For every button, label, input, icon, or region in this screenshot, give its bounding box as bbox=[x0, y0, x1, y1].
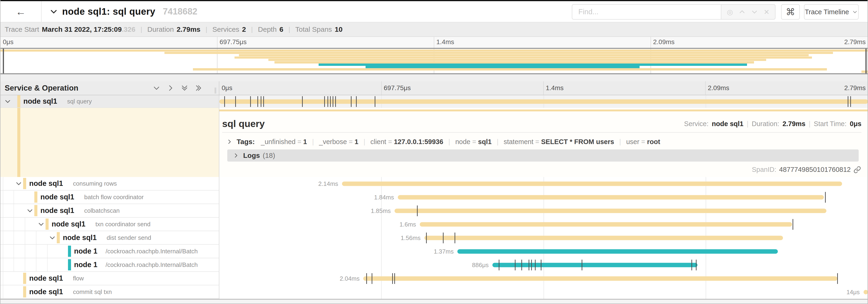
ruler-gridline bbox=[434, 37, 434, 48]
tags-toggle-row[interactable]: Tags: _unfinished=1|_verbose=1|client=12… bbox=[226, 138, 660, 146]
span-expander-chevron-icon[interactable] bbox=[4, 98, 11, 105]
span-duration-label: 1.84ms bbox=[374, 194, 394, 201]
detail-service-label: Service: bbox=[684, 120, 709, 128]
minimap-span-bar bbox=[164, 52, 833, 54]
span-expander-chevron-icon[interactable] bbox=[49, 234, 56, 241]
find-clear-icon[interactable]: ✕ bbox=[764, 8, 769, 16]
span-row-name-cell[interactable]: node sql1batch flow coordinator bbox=[0, 191, 219, 204]
service-color-strip bbox=[45, 218, 49, 230]
span-row-timeline-cell[interactable]: 2.14ms bbox=[219, 177, 868, 191]
span-detail-mini-bar bbox=[219, 109, 868, 111]
span-row[interactable]: node sql1colbatchscan1.85ms bbox=[0, 204, 868, 217]
span-row-name-cell[interactable]: node 1/cockroach.roachpb.Internal/Batch bbox=[0, 245, 219, 258]
span-row-name-cell[interactable]: node sql1consuming rows bbox=[0, 177, 219, 191]
span-duration-bar[interactable] bbox=[425, 236, 783, 240]
span-row[interactable]: node sql1dist sender send1.56ms bbox=[0, 231, 868, 245]
timeline-gridline bbox=[381, 258, 382, 272]
tag-equals: = bbox=[639, 138, 647, 145]
service-color-strip bbox=[68, 259, 71, 270]
services-value: 2 bbox=[242, 26, 246, 33]
span-row-name-cell[interactable]: node sql1txn coordinator send bbox=[0, 217, 219, 231]
span-row-name-cell[interactable]: node sql1colbatchscan bbox=[0, 204, 219, 217]
tree-depth-guide bbox=[3, 285, 3, 298]
trace-start-fraction: .326 bbox=[122, 26, 135, 33]
find-prev-icon[interactable] bbox=[739, 8, 746, 15]
tree-depth-guide bbox=[3, 217, 3, 231]
operation-name: txn coordinator send bbox=[96, 221, 151, 228]
span-expander-chevron-icon[interactable] bbox=[26, 207, 33, 214]
span-row-timeline-cell[interactable]: 2.04ms bbox=[219, 272, 868, 285]
column-resize-handle[interactable]: ∥ bbox=[214, 87, 217, 94]
span-row-timeline-cell[interactable]: 1.85ms bbox=[219, 204, 868, 217]
service-name: node sql1 bbox=[23, 97, 57, 105]
span-row-timeline-cell[interactable]: 14μs bbox=[219, 285, 868, 299]
span-row-name-cell[interactable]: node 1/cockroach.roachpb.Internal/Batch bbox=[0, 258, 219, 272]
minimap-left-drag-handle[interactable] bbox=[3, 49, 4, 73]
span-duration-bar[interactable] bbox=[457, 249, 778, 254]
service-name: node sql1 bbox=[29, 274, 63, 282]
tree-depth-guide bbox=[3, 272, 3, 285]
span-row[interactable]: node sql1batch flow coordinator1.84ms bbox=[0, 191, 868, 204]
expand-one-icon[interactable] bbox=[166, 84, 175, 92]
minimap-span-row bbox=[0, 68, 868, 70]
span-link-icon[interactable] bbox=[854, 166, 861, 173]
span-row[interactable]: node sql1consuming rows2.14ms bbox=[0, 177, 868, 191]
span-duration-bar[interactable] bbox=[363, 276, 837, 281]
trace-view-dropdown[interactable]: Trace Timeline bbox=[804, 4, 859, 20]
tag-key: client bbox=[370, 138, 386, 145]
span-duration-bar[interactable] bbox=[492, 263, 698, 267]
find-match-icon[interactable]: ◎ bbox=[727, 8, 733, 16]
tag-equals: = bbox=[470, 138, 478, 145]
tag-value: root bbox=[647, 138, 660, 145]
span-row-timeline-cell[interactable] bbox=[219, 95, 868, 108]
span-row[interactable]: node sql1flow2.04ms bbox=[0, 272, 868, 285]
span-event-tick bbox=[372, 273, 372, 284]
span-row-timeline-cell[interactable]: 1.6ms bbox=[219, 217, 868, 231]
service-name: node sql1 bbox=[52, 220, 86, 228]
span-detail-left-highlight[interactable] bbox=[0, 108, 219, 177]
span-duration-bar[interactable] bbox=[395, 209, 827, 213]
span-expander-chevron-icon[interactable] bbox=[38, 221, 44, 228]
span-row-name-cell[interactable]: node sql1commit sql txn bbox=[0, 285, 219, 299]
span-row[interactable]: node 1/cockroach.roachpb.Internal/Batch8… bbox=[0, 258, 868, 272]
span-detail-header[interactable]: sql query Service:node sql1 | Duration:2… bbox=[222, 117, 862, 133]
timeline-gridline bbox=[381, 217, 382, 231]
collapse-one-icon[interactable] bbox=[153, 84, 160, 92]
span-row-timeline-cell[interactable]: 1.84ms bbox=[219, 191, 868, 204]
span-duration-bar[interactable] bbox=[219, 99, 868, 104]
span-expander-chevron-icon[interactable] bbox=[15, 180, 22, 187]
service-color-strip bbox=[23, 273, 26, 284]
logs-toggle-row[interactable]: Logs (18) bbox=[227, 149, 859, 162]
span-row-name-cell[interactable]: node sql1sql query bbox=[0, 95, 219, 108]
trace-minimap[interactable] bbox=[0, 48, 868, 74]
back-button[interactable]: ← bbox=[0, 1, 41, 22]
span-duration-bar[interactable] bbox=[342, 182, 842, 186]
tag-key: node bbox=[455, 138, 470, 145]
span-row-timeline-cell[interactable]: 886μs bbox=[219, 258, 868, 272]
service-name: node 1 bbox=[74, 261, 97, 269]
span-row[interactable]: node sql1txn coordinator send1.6ms bbox=[0, 217, 868, 231]
span-row-name-cell[interactable]: node sql1flow bbox=[0, 272, 219, 285]
collapse-all-icon[interactable] bbox=[181, 84, 188, 92]
expand-all-icon[interactable] bbox=[194, 84, 203, 92]
find-input[interactable] bbox=[572, 4, 721, 20]
tag-separator: | bbox=[364, 138, 365, 145]
service-color-strip bbox=[23, 178, 26, 189]
keyboard-shortcuts-button[interactable]: ⌘ bbox=[781, 4, 800, 20]
span-row-name-cell[interactable]: node sql1dist sender send bbox=[0, 231, 219, 245]
span-row-selected[interactable]: node sql1sql query bbox=[0, 95, 868, 108]
span-duration-bar[interactable] bbox=[398, 195, 824, 200]
span-duration-bar[interactable] bbox=[420, 222, 792, 227]
find-next-icon[interactable] bbox=[751, 8, 758, 15]
span-row[interactable]: node sql1commit sql txn14μs bbox=[0, 285, 868, 299]
time-tick-label: 0μs bbox=[222, 84, 232, 92]
span-row-timeline-cell[interactable]: 1.56ms bbox=[219, 231, 868, 245]
time-tick-label: 2.79ms bbox=[844, 38, 866, 46]
span-row-timeline-cell[interactable]: 1.37ms bbox=[219, 245, 868, 258]
minimap-right-drag-handle[interactable] bbox=[865, 49, 867, 73]
collapse-trace-chevron-icon[interactable] bbox=[50, 7, 58, 16]
span-duration-bar[interactable] bbox=[864, 290, 868, 295]
span-event-tick bbox=[328, 96, 328, 107]
tag-value: 127.0.0.1:59936 bbox=[394, 138, 443, 145]
span-row[interactable]: node 1/cockroach.roachpb.Internal/Batch1… bbox=[0, 245, 868, 258]
